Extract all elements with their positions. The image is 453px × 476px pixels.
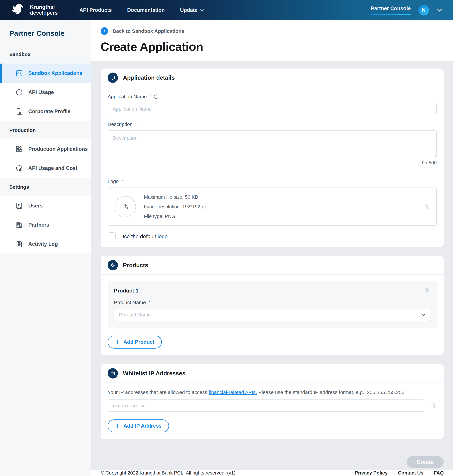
product-name-label: Product Name* xyxy=(114,300,430,305)
nav-update-menu[interactable]: Update xyxy=(180,7,205,13)
sidebar-item-api-usage[interactable]: API Usage xyxy=(0,83,91,102)
card-products: Products Product 1 Product Name* xyxy=(101,256,444,355)
logo-trash-icon[interactable] xyxy=(423,203,430,210)
sidebar-item-activity-log[interactable]: Activity Log xyxy=(0,235,91,254)
whitelist-ip-icon xyxy=(108,368,118,379)
card-application-details: Application details Application Name* De… xyxy=(101,69,444,247)
footer-privacy-policy[interactable]: Privacy Policy xyxy=(355,470,388,476)
application-name-input[interactable] xyxy=(108,103,437,115)
code-square-icon xyxy=(15,69,23,77)
application-name-label: Application Name* xyxy=(108,94,437,99)
sidebar-item-users[interactable]: Users xyxy=(0,196,91,215)
product-panel: Product 1 Product Name* xyxy=(108,281,437,328)
nav-api-products[interactable]: API Products xyxy=(79,7,112,13)
sidebar-item-sandbox-applications[interactable]: Sandbox Applications xyxy=(0,63,91,83)
building-code-icon xyxy=(15,108,23,115)
sidebar-section-settings: Settings xyxy=(0,178,91,196)
add-ip-address-button[interactable]: Add IP Address xyxy=(108,420,169,432)
avatar[interactable]: N xyxy=(418,5,429,15)
product-name-select[interactable] xyxy=(114,309,430,321)
footer-contact-us[interactable]: Contact Us xyxy=(398,470,423,476)
chevron-down-icon xyxy=(200,9,205,12)
top-navbar: Krungthai developers API Products Docume… xyxy=(0,0,453,20)
navbar-right: Partner Console N xyxy=(371,5,442,15)
product-heading: Product 1 xyxy=(114,288,139,294)
divider xyxy=(108,172,437,172)
footer: © Copyright 2022 Krungthai Bank PCL. All… xyxy=(91,470,453,476)
whitelist-description: Your IP addresses that are allowed to ac… xyxy=(108,389,437,395)
page-title: Create Application xyxy=(101,40,444,54)
main-area: Back to Sandbox Applications Create Appl… xyxy=(91,20,453,476)
pie-chart-icon xyxy=(15,89,23,96)
apps-grid-icon xyxy=(15,145,23,153)
default-logo-label: Use the default logo xyxy=(120,234,168,240)
back-link[interactable]: Back to Sandbox Applications xyxy=(101,27,444,35)
plus-icon xyxy=(115,340,120,345)
description-label: Description* xyxy=(108,121,437,127)
sidebar-title: Partner Console xyxy=(0,20,91,45)
nav-documentation[interactable]: Documentation xyxy=(127,7,165,13)
card-title: Whitelist IP Addresses xyxy=(123,370,185,377)
primary-nav: API Products Documentation Update xyxy=(79,7,205,13)
footer-faq[interactable]: FAQ xyxy=(434,470,444,476)
chevron-down-icon xyxy=(437,8,442,12)
financial-apis-link[interactable]: financial-related APIs. xyxy=(209,389,257,395)
application-details-icon xyxy=(108,73,118,83)
card-title: Application details xyxy=(123,74,175,81)
sidebar-item-partners[interactable]: Partners xyxy=(0,215,91,235)
pie-chart-dollar-icon xyxy=(15,164,23,172)
plus-icon xyxy=(115,423,120,428)
ip-address-input[interactable] xyxy=(108,400,424,412)
nav-partner-console[interactable]: Partner Console xyxy=(371,6,411,15)
default-logo-checkbox[interactable] xyxy=(108,232,116,240)
default-logo-row: Use the default logo xyxy=(108,232,437,240)
copyright-text: © Copyright 2022 Krungthai Bank PCL. All… xyxy=(101,470,235,476)
create-button[interactable]: Create xyxy=(407,456,444,468)
sidebar-section-sandbox: Sandbox xyxy=(0,45,91,63)
add-product-button[interactable]: Add Product xyxy=(108,336,162,349)
card-whitelist-ip: Whitelist IP Addresses Your IP addresses… xyxy=(101,364,444,439)
partners-building-icon xyxy=(15,221,23,229)
sidebar-item-production-applications[interactable]: Production Applications xyxy=(0,139,91,159)
sidebar-item-corporate-profile[interactable]: Corporate Profile xyxy=(0,102,91,121)
logo-upload-box: Maximum file size: 50 KB Image resolutio… xyxy=(108,187,437,226)
brand-text: Krungthai developers xyxy=(30,4,58,16)
ip-trash-icon[interactable] xyxy=(430,402,437,409)
description-textarea[interactable] xyxy=(108,131,437,157)
back-chevron-icon xyxy=(101,27,108,35)
krungthai-logo[interactable]: Krungthai developers xyxy=(11,2,58,18)
char-counter: 0 / 500 xyxy=(108,160,437,166)
sidebar-section-production: Production xyxy=(0,121,91,139)
products-icon xyxy=(108,260,118,270)
account-menu-chevron[interactable] xyxy=(437,8,442,12)
logo-upload-dropzone[interactable] xyxy=(115,196,136,217)
sidebar-item-api-usage-cost[interactable]: API Usage and Cost xyxy=(0,159,91,178)
page-header: Back to Sandbox Applications Create Appl… xyxy=(91,20,453,61)
sidebar: Partner Console Sandbox Sandbox Applicat… xyxy=(0,20,91,476)
info-icon[interactable] xyxy=(154,94,159,99)
phoenix-logo-icon xyxy=(11,2,26,18)
card-title: Products xyxy=(123,262,148,269)
logo-label: Logo* xyxy=(108,179,437,184)
logo-specs: Maximum file size: 50 KB Image resolutio… xyxy=(144,192,207,221)
user-badge-icon xyxy=(15,202,23,210)
clipboard-icon xyxy=(15,240,23,248)
product-trash-icon[interactable] xyxy=(424,287,430,294)
upload-icon xyxy=(121,203,129,210)
